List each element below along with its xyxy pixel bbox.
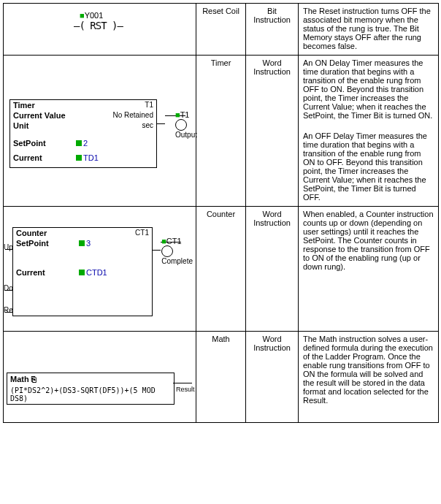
math-diagram: Math ⎘ (PI*DS2^2)+(DS3-SQRT(DF5))+(5 MOD… — [7, 373, 196, 405]
instruction-kind: Word Instruction — [246, 207, 299, 332]
math-output: Result — [176, 386, 195, 393]
connector — [173, 383, 192, 383]
instruction-name: Counter — [196, 207, 246, 332]
table-row: ■Y001 —( RST )— Reset Coil Bit Instructi… — [4, 4, 439, 56]
reset-coil-diagram: ■Y001 —( RST )— — [4, 4, 196, 31]
input-up: Up — [4, 243, 13, 251]
instruction-name: Timer — [196, 56, 246, 207]
instruction-name: Math — [196, 332, 246, 423]
open-icon: ⎘ — [31, 375, 37, 383]
counter-block: CounterCT1 SetPoint3 CurrentCTD1 ■CT1 Co… — [12, 227, 153, 316]
page: ■Y001 —( RST )— Reset Coil Bit Instructi… — [0, 0, 441, 426]
instruction-desc: The Reset instruction turns OFF the asso… — [299, 4, 439, 56]
coil-icon — [161, 245, 173, 257]
counter-output: ■CT1 Complete — [161, 237, 193, 265]
counter-diagram: Up Down Reset CounterCT1 SetPoint3 Curre… — [12, 227, 196, 316]
instruction-desc: When enabled, a Counter instruction coun… — [299, 207, 439, 332]
timer-block: TimerT1 Current ValueNo Retained Unitsec… — [9, 99, 157, 168]
connector — [152, 250, 161, 251]
table-row: TimerT1 Current ValueNo Retained Unitsec… — [4, 56, 439, 207]
math-block: Math ⎘ (PI*DS2^2)+(DS3-SQRT(DF5))+(5 MOD… — [7, 373, 175, 405]
device-label: ■Y001 — [80, 11, 103, 20]
instruction-desc: An ON Delay Timer measures the time dura… — [299, 56, 439, 207]
timer-output: ■T1 Output — [175, 110, 197, 139]
connector — [156, 123, 165, 124]
table-row: Up Down Reset CounterCT1 SetPoint3 Curre… — [4, 207, 439, 332]
instruction-desc: The Math instruction solves a user-defin… — [299, 332, 439, 423]
table-row: Math ⎘ (PI*DS2^2)+(DS3-SQRT(DF5))+(5 MOD… — [4, 332, 439, 423]
instruction-kind: Bit Instruction — [246, 4, 299, 56]
instruction-name: Reset Coil — [196, 4, 246, 56]
instruction-kind: Word Instruction — [246, 332, 299, 423]
reset-symbol: —( RST )— — [74, 20, 123, 31]
coil-icon — [175, 119, 187, 131]
instruction-kind: Word Instruction — [246, 56, 299, 207]
instruction-table: ■Y001 —( RST )— Reset Coil Bit Instructi… — [3, 3, 439, 423]
